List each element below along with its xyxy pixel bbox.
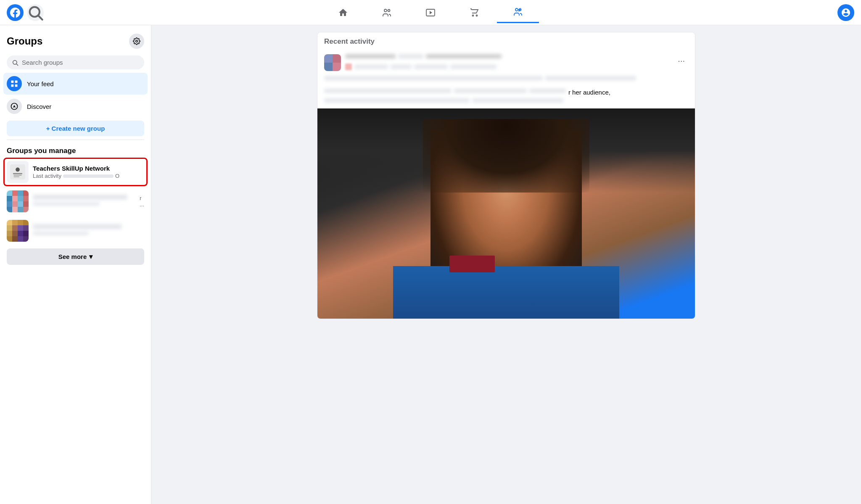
- sidebar-item-your-feed[interactable]: Your feed: [3, 73, 148, 95]
- meta-line-2: [398, 54, 423, 58]
- chevron-down-icon: ▾: [89, 253, 92, 261]
- meta-sub-4: [450, 65, 497, 69]
- meta-icon: [345, 63, 352, 70]
- nav-groups-button[interactable]: [497, 2, 539, 23]
- tsn-group-icon: [10, 164, 25, 179]
- see-more-label: See more: [58, 253, 87, 260]
- text-line-1: [324, 76, 543, 80]
- facebook-logo[interactable]: [7, 4, 24, 21]
- group-tsn-info: Teachers SkillUp Network Last activity O: [33, 165, 144, 179]
- discover-label: Discover: [27, 103, 51, 110]
- svg-rect-16: [15, 84, 18, 87]
- nav-watch-button[interactable]: [409, 2, 452, 23]
- top-nav: [0, 0, 861, 25]
- group-2-info: [33, 195, 144, 208]
- post-line-4: [472, 98, 563, 103]
- svg-rect-14: [15, 81, 18, 83]
- svg-rect-15: [11, 84, 14, 87]
- sidebar-title: Groups: [3, 30, 148, 54]
- mixed-blur-3: [529, 89, 566, 93]
- sidebar-item-discover[interactable]: Discover: [3, 95, 148, 117]
- more-options-button[interactable]: ···: [674, 54, 688, 67]
- visible-text-snippet: r her audience,: [568, 89, 610, 96]
- recent-activity-label: Recent activity: [317, 32, 695, 49]
- main-content: Recent activity: [151, 25, 861, 504]
- create-group-label: + Create new group: [46, 125, 105, 132]
- group-3-sub-blurred: [33, 232, 89, 235]
- create-new-group-button[interactable]: + Create new group: [7, 121, 144, 136]
- svg-marker-5: [430, 11, 432, 14]
- group-thumb-2: [7, 190, 29, 212]
- svg-point-2: [384, 9, 387, 12]
- search-icon: [12, 59, 18, 66]
- divider: [7, 140, 144, 140]
- groups-manage-section-title: Groups you manage: [3, 143, 148, 157]
- svg-point-3: [388, 9, 390, 11]
- collar-detail: [449, 256, 495, 272]
- svg-line-1: [39, 16, 42, 19]
- mixed-blur-2: [454, 89, 527, 93]
- svg-line-12: [16, 64, 18, 66]
- nav-left: [7, 4, 141, 21]
- svg-point-20: [16, 168, 20, 172]
- group-item-tsn[interactable]: Teachers SkillUp Network Last activity O: [3, 158, 148, 186]
- hair-element: [423, 119, 589, 193]
- nav-friends-button[interactable]: [366, 2, 408, 23]
- svg-rect-13: [11, 81, 14, 83]
- svg-point-10: [136, 40, 138, 42]
- page-layout: Groups: [0, 25, 861, 504]
- post-line-3: [324, 98, 470, 103]
- group-thumb-tsn: [7, 161, 29, 183]
- post-avatar: [324, 54, 341, 71]
- svg-rect-21: [13, 173, 22, 174]
- post-mixed-line: r her audience,: [324, 89, 688, 96]
- settings-button[interactable]: [129, 34, 144, 49]
- sidebar: Groups: [0, 25, 151, 504]
- svg-rect-23: [13, 176, 19, 177]
- search-button[interactable]: [27, 4, 44, 21]
- group-thumb-3: [7, 220, 29, 242]
- nav-center: [141, 2, 720, 23]
- meta-line-3: [426, 54, 502, 58]
- text-line-2: [545, 76, 637, 80]
- discover-icon: [7, 99, 22, 114]
- group-sub-bar: [63, 174, 114, 178]
- svg-rect-22: [13, 175, 21, 176]
- shirt-element: [393, 266, 620, 319]
- group-item-2[interactable]: r...: [3, 187, 148, 216]
- post-header: ···: [317, 49, 695, 76]
- group-2-suffix: r...: [140, 195, 144, 208]
- groups-heading: Groups: [7, 35, 42, 47]
- post-text-blurred: [317, 76, 695, 89]
- search-groups-input[interactable]: [22, 59, 139, 66]
- group-item-3[interactable]: [3, 216, 148, 245]
- meta-sub-3: [414, 65, 448, 69]
- mixed-blur-1: [324, 89, 452, 93]
- meta-sub-2: [391, 65, 412, 69]
- post-card: Recent activity: [317, 32, 695, 319]
- group-tsn-name: Teachers SkillUp Network: [33, 165, 144, 172]
- svg-point-7: [476, 15, 478, 16]
- your-feed-label: Your feed: [27, 80, 54, 87]
- nav-marketplace-button[interactable]: [453, 2, 495, 23]
- meta-sub-1: [354, 65, 388, 69]
- group-3-name-blurred: [33, 224, 122, 229]
- meta-line-1: [345, 54, 396, 58]
- svg-marker-18: [13, 105, 16, 108]
- nav-home-button[interactable]: [322, 2, 364, 23]
- svg-point-6: [473, 15, 474, 16]
- group-tsn-sub: Last activity O: [33, 173, 144, 179]
- svg-rect-19: [10, 164, 25, 179]
- svg-point-8: [515, 8, 518, 11]
- group-3-info: [33, 224, 144, 237]
- search-groups-bar[interactable]: [7, 55, 144, 69]
- see-more-button[interactable]: See more ▾: [7, 248, 144, 265]
- video-thumbnail: [317, 108, 695, 319]
- group-2-sub-blurred: [33, 202, 100, 206]
- post-meta: [341, 54, 674, 73]
- nav-right: [720, 4, 854, 21]
- group-2-name-blurred: [33, 195, 127, 200]
- three-dots-icon: ···: [678, 56, 685, 65]
- post-visible-text: r her audience,: [317, 89, 695, 108]
- user-avatar[interactable]: [837, 4, 854, 21]
